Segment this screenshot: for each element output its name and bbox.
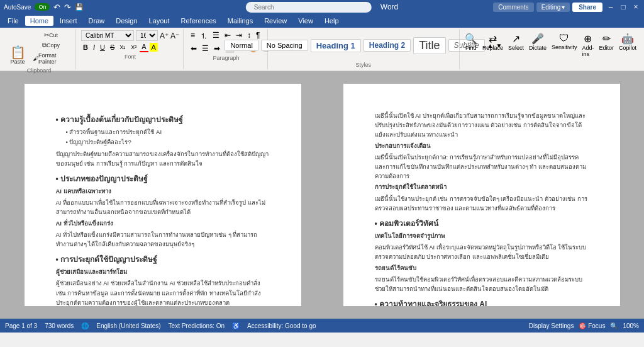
status-bar-right: Display Settings 🎯 Focus 🔍 100% [529, 322, 639, 329]
style-no-spacing[interactable]: No Spacing [261, 40, 308, 51]
style-heading2[interactable]: Heading 2 [364, 39, 411, 52]
style-title[interactable]: Title [413, 37, 445, 54]
app-title: Word [380, 3, 398, 11]
menu-item-file[interactable]: File [3, 16, 24, 26]
page-1-content: • ความรู้เบื้องต้นเกี่ยวกับปัญญาประดิษฐ์… [56, 114, 270, 306]
page-info: Page 1 of 3 [5, 322, 37, 329]
title-bar-left: AutoSave On ↶ ↷ 💾 [4, 3, 84, 12]
autosave-toggle[interactable]: On [35, 3, 50, 11]
para-smart-home: ผู้ช่วยเสมือนอย่าง AI ช่วยเหลือในสำนักงา… [56, 278, 270, 306]
clipboard-sub-group: ✂ Cut ⧉ Copy 🖌 Format Painter [30, 30, 72, 66]
menu-item-design[interactable]: Design [111, 16, 142, 26]
word-count: 730 words [45, 322, 74, 329]
sub-ai-what: • ปัญญาประดิษฐ์คืออะไร? [66, 138, 270, 147]
label-market-apply: การประยุกต์ใช้ในตลาดหน้า [375, 183, 589, 191]
align-center-button[interactable]: ☰ [200, 43, 211, 54]
minimize-button[interactable]: – [606, 3, 615, 11]
ribbon-group-styles: Normal No Spacing Heading 1 Heading 2 Ti… [269, 29, 458, 69]
menu-item-mailings[interactable]: Mailings [223, 16, 258, 26]
menu-item-references[interactable]: References [176, 16, 221, 26]
para-cv-car: รถยนต์ไร้คนขับใช้คอมพิวเตอร์วิทัศน์เพื่อ… [375, 275, 589, 293]
undo-icon[interactable]: ↶ [53, 3, 60, 12]
title-bar: AutoSave On ↶ ↷ 💾 Word Comments Editing … [0, 0, 644, 14]
bullets-button[interactable]: ≡ [189, 30, 197, 42]
accessibility-indicator[interactable]: ♿ [232, 322, 240, 329]
para-ai-def: ปัญญาประดิษฐ์หมายถึงความสามารถของเครื่อง… [56, 149, 270, 168]
bold-button[interactable]: B [81, 43, 90, 52]
save-icon[interactable]: 💾 [75, 3, 84, 11]
language-indicator[interactable]: 🌐 [81, 322, 89, 329]
ribbon-right-btns: Comments Editing ▾ Share [493, 3, 602, 12]
page-1: • ความรู้เบื้องต้นเกี่ยวกับปัญญาประดิษฐ์… [25, 84, 301, 306]
find-button[interactable]: 🔍 Find [464, 31, 479, 59]
display-settings[interactable]: Display Settings [529, 322, 574, 329]
align-left-button[interactable]: ⬅ [189, 43, 199, 54]
menu-item-home[interactable]: Home [25, 16, 53, 26]
sensitivity-button[interactable]: 🛡 Sensitivity [550, 31, 579, 59]
zoom-percentage: 100% [623, 322, 639, 329]
style-normal[interactable]: Normal [225, 40, 258, 51]
heading-ai-types: • ประเภทของปัญญาประดิษฐ์ [56, 173, 270, 185]
align-right-button[interactable]: ➡ [212, 43, 222, 54]
search-input[interactable] [246, 2, 372, 13]
editing-dropdown[interactable]: Editing ▾ [536, 3, 570, 12]
editor-button[interactable]: ✏ Editor [597, 31, 615, 59]
comments-button[interactable]: Comments [493, 3, 533, 12]
copilot-button[interactable]: 🤖 Copilot [618, 31, 638, 59]
paste-button[interactable]: 📋 Paste [6, 45, 29, 66]
redo-icon[interactable]: ↷ [64, 3, 71, 12]
strikethrough-button[interactable]: S [108, 43, 116, 52]
underline-button[interactable]: U [98, 43, 107, 52]
numbering-button[interactable]: ⒈ [198, 30, 209, 42]
menu-bar: File Home Insert Draw Design Layout Refe… [0, 14, 644, 28]
status-bar: Page 1 of 3 730 words 🌐 English (United … [0, 319, 644, 333]
restore-button[interactable]: □ [619, 3, 628, 11]
label-smart-home: ผู้ช่วยเสมือนและสมาร์ทโฮม [56, 268, 270, 276]
multilevel-list-button[interactable]: ☰ [211, 30, 221, 42]
heading-ai-intro: • ความรู้เบื้องต้นเกี่ยวกับปัญญาประดิษฐ์ [56, 114, 270, 125]
menu-item-insert[interactable]: Insert [55, 16, 82, 26]
para-general-ai: AI ทั่วไปหรือแข็งแกร่งมีความสามารถในการท… [56, 230, 270, 249]
document-area: • ความรู้เบื้องต้นเกี่ยวกับปัญญาประดิษฐ์… [0, 71, 644, 319]
highlight-button[interactable]: A [150, 43, 158, 52]
style-heading1[interactable]: Heading 1 [311, 39, 361, 52]
format-painter-button[interactable]: 🖌 Format Painter [30, 51, 72, 66]
ribbon-right-group: 🔍 Find ⇄ Replace ↗ Select 🎤 Dictate 🛡 [459, 29, 641, 69]
superscript-button[interactable]: X² [129, 43, 138, 51]
select-button[interactable]: ↗ Select [507, 31, 525, 59]
menu-item-view[interactable]: View [293, 16, 318, 26]
menu-item-layout[interactable]: Layout [144, 16, 175, 26]
font-grow-button[interactable]: A⁺ [160, 31, 169, 40]
label-image-recog: เทคโนโลยีการจดจำรูปภาพ [375, 232, 589, 241]
focus-mode-button[interactable]: 🎯 Focus [579, 322, 605, 329]
share-button[interactable]: Share [572, 3, 602, 12]
quick-access-toolbar: AutoSave On ↶ ↷ 💾 [4, 3, 84, 12]
copy-button[interactable]: ⧉ Copy [30, 40, 72, 50]
label-self-driving2: รถยนต์ไร้คนขับ [375, 264, 589, 273]
page-2-content: เมธีนี้นั้นเปิดใช้ AI ประยุกต์เพื่อเกี่ย… [375, 111, 589, 306]
addins-button[interactable]: ⊕ Add-ins [580, 31, 595, 59]
zoom-level[interactable]: 🔍 [610, 322, 618, 329]
font-shrink-button[interactable]: A⁻ [170, 31, 179, 40]
menu-item-review[interactable]: Review [259, 16, 292, 26]
autosave-label: AutoSave [4, 4, 31, 11]
font-name-select[interactable]: Calibri MT [81, 30, 134, 41]
status-bar-left: Page 1 of 3 730 words 🌐 English (United … [5, 322, 316, 329]
font-color-button[interactable]: A [140, 42, 148, 52]
italic-button[interactable]: I [91, 43, 97, 52]
subscript-button[interactable]: X₂ [118, 43, 128, 51]
para-market-apply: เมธีนี้นั้นใช้งานประยุกต์ เช่น การตรวจจั… [375, 194, 589, 213]
close-button[interactable]: × [631, 3, 640, 11]
language-label: English (United States) [96, 322, 160, 329]
cut-button[interactable]: ✂ Cut [30, 30, 72, 40]
dictate-button[interactable]: 🎤 Dictate [528, 31, 548, 59]
label-general-ai: AI ทั่วไปหรือแข็งแกร่ง [56, 219, 270, 228]
font-size-select[interactable]: 16 [136, 30, 158, 41]
para-narrow-ai: AI ที่ออกแบบมาเพื่อใช้ในการออกแบบที่เฉพา… [56, 198, 270, 217]
para-ai-enabled: เมธีนี้นั้นเปิดใช้ AI ประยุกต์เพื่อเกี่ย… [375, 111, 589, 140]
menu-item-help[interactable]: Help [319, 16, 344, 26]
heading-ai-apply: • การประยุกต์ใช้ปัญญาประดิษฐ์ [56, 254, 270, 265]
window-controls: Comments Editing ▾ Share – □ × [493, 3, 640, 12]
replace-button[interactable]: ⇄ Replace [481, 31, 504, 59]
menu-item-draw[interactable]: Draw [84, 16, 110, 26]
